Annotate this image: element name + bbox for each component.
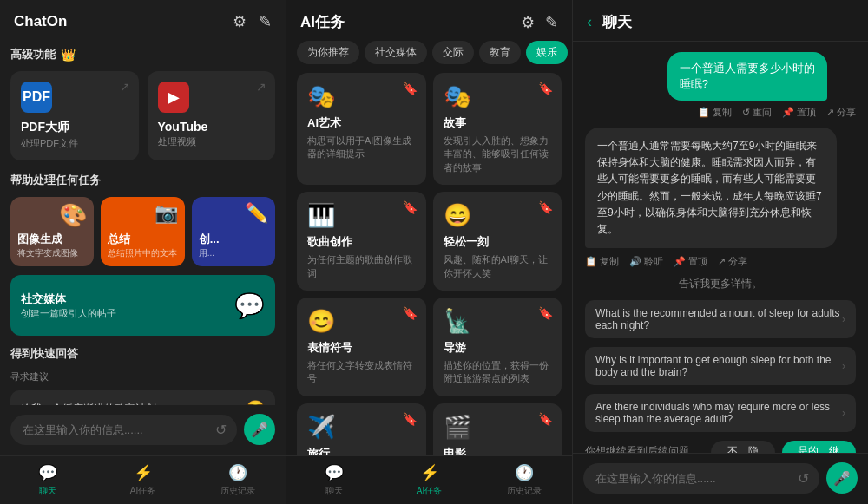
mid-nav-chat[interactable]: 💬 聊天: [286, 463, 382, 497]
bookmark-relax-icon[interactable]: 🔖: [538, 200, 553, 214]
premium-cards: PDF PDF大师 处理PDF文件 ↗ ▶ YouTube 处理视频 ↗: [10, 71, 275, 160]
bookmark-song-icon[interactable]: 🔖: [403, 200, 418, 214]
ai-nav-label: AI任务: [130, 485, 155, 497]
pin-bot-btn[interactable]: 📌 置顶: [674, 255, 707, 268]
tab-recommend[interactable]: 为你推荐: [297, 41, 359, 64]
emoji-icon: 😊: [307, 308, 416, 335]
task-travel[interactable]: 🔖 ✈️ 旅行 提供你的出发城市和目的地城市，并查看相关的机场代码: [297, 403, 426, 455]
summary-card[interactable]: 总结 总结照片中的文本 📷: [101, 197, 184, 266]
mid-bottom-nav: 💬 聊天 ⚡ AI任务 🕐 历史记录: [286, 455, 572, 504]
youtube-card-sublabel: 处理视频: [158, 135, 266, 148]
mid-header-icons: ⚙ ✎: [521, 13, 558, 32]
left-nav-ai[interactable]: ⚡ AI任务: [95, 463, 191, 497]
mid-title: AI任务: [300, 12, 345, 32]
history-nav-icon: 🕐: [228, 463, 247, 482]
tabs-row: 为你推荐 社交媒体 交际 教育 娱乐 工作: [286, 41, 572, 73]
mid-panel: AI任务 ⚙ ✎ 为你推荐 社交媒体 交际 教育 娱乐 工作 🔖 🎭 AI艺术 …: [286, 0, 573, 504]
right-mic-button[interactable]: 🎤: [826, 462, 858, 494]
follow-up-item-1[interactable]: What is the recommended amount of sleep …: [585, 300, 856, 338]
bookmark-story-icon[interactable]: 🔖: [538, 82, 553, 95]
relax-desc: 风趣、随和的AI聊天，让你开怀大笑: [444, 253, 552, 280]
travel-icon: ✈️: [307, 414, 416, 441]
back-button[interactable]: ‹: [587, 13, 592, 31]
mic-button[interactable]: 🎤: [244, 414, 275, 445]
mid-history-nav-label: 历史记录: [507, 485, 542, 497]
summary-card-emoji: 📷: [155, 202, 178, 225]
task-relax[interactable]: 🔖 😄 轻松一刻 风趣、随和的AI聊天，让你开怀大笑: [433, 192, 562, 291]
follow-up-arrow-3: ›: [842, 407, 845, 419]
mid-header: AI任务 ⚙ ✎: [286, 0, 572, 41]
pdf-card-label: PDF大师: [21, 120, 128, 135]
task-story[interactable]: 🔖 🎭 故事 发现引人入胜的、想象力丰富的、能够吸引任何读者的故事: [433, 73, 562, 185]
follow-up-label: 告诉我更多详情。: [585, 277, 856, 291]
task-emoji[interactable]: 🔖 😊 表情符号 将任何文字转变成表情符号: [297, 298, 426, 396]
task-guide[interactable]: 🔖 🗽 导游 描述你的位置，获得一份附近旅游景点的列表: [433, 298, 562, 396]
bookmark-movie-icon[interactable]: 🔖: [538, 412, 553, 426]
task-ai-art[interactable]: 🔖 🎭 AI艺术 构思可以用于AI图像生成器的详细提示: [297, 73, 426, 185]
guide-desc: 描述你的位置，获得一份附近旅游景点的列表: [444, 359, 552, 386]
youtube-card[interactable]: ▶ YouTube 处理视频 ↗: [148, 71, 276, 160]
left-nav-history[interactable]: 🕐 历史记录: [190, 463, 286, 497]
pin-user-btn[interactable]: 📌 置顶: [782, 106, 816, 119]
right-input-wrap: ↺: [583, 463, 819, 494]
story-desc: 发现引人入胜的、想象力丰富的、能够吸引任何读者的故事: [444, 134, 552, 174]
bookmark-guide-icon[interactable]: 🔖: [538, 306, 553, 320]
chat-nav-icon: 💬: [38, 463, 57, 482]
settings-icon[interactable]: ⚙: [233, 12, 247, 31]
bookmark-travel-icon[interactable]: 🔖: [403, 412, 418, 426]
tab-entertainment[interactable]: 娱乐: [526, 41, 568, 64]
movie-icon: 🎬: [444, 414, 552, 441]
story-name: 故事: [444, 115, 552, 131]
summary-card-label: 总结: [108, 232, 177, 247]
bookmark-ai-art-icon[interactable]: 🔖: [403, 82, 418, 95]
create-card[interactable]: 创... 用... ✏️: [192, 197, 275, 266]
story-icon: 🎭: [444, 83, 552, 110]
tab-social2[interactable]: 交际: [432, 41, 474, 64]
yes-button[interactable]: 是的，继续: [782, 441, 856, 453]
follow-up-item-3[interactable]: Are there individuals who may require mo…: [585, 394, 856, 432]
relax-name: 轻松一刻: [444, 234, 552, 250]
image-card[interactable]: 图像生成 将文字变成图像 🎨: [10, 197, 94, 266]
reask-btn[interactable]: ↺ 重问: [742, 106, 772, 119]
follow-up-item-2[interactable]: Why is it important to get enough sleep …: [585, 347, 856, 385]
quick-answers: 得到快速回答 寻求建议 给我一个循序渐进的致富计划 😎 有哪些不错的圣诞礼物？ …: [10, 346, 275, 405]
right-title: 聊天: [602, 12, 632, 32]
social-card-emoji: 💬: [234, 291, 265, 320]
copy-bot-btn[interactable]: 📋 复制: [585, 255, 619, 268]
user-message: 一个普通人需要多少小时的睡眠?: [667, 52, 828, 101]
task-movie[interactable]: 🔖 🎬 电影 看看今晚有什么可看的内容: [433, 403, 562, 455]
tab-edu[interactable]: 教育: [479, 41, 521, 64]
send-icon[interactable]: ↺: [215, 422, 227, 438]
task-song[interactable]: 🔖 🎹 歌曲创作 为任何主题的歌曲创作歌词: [297, 192, 426, 291]
image-card-emoji: 🎨: [59, 202, 87, 229]
mid-settings-icon[interactable]: ⚙: [521, 13, 535, 32]
right-send-icon[interactable]: ↺: [798, 470, 809, 487]
task-grid: 🔖 🎭 AI艺术 构思可以用于AI图像生成器的详细提示 🔖 🎭 故事 发现引人入…: [286, 73, 572, 455]
listen-btn[interactable]: 🔊 聆听: [629, 255, 663, 268]
copy-user-btn[interactable]: 📋 复制: [698, 106, 732, 119]
mid-edit-icon[interactable]: ✎: [545, 13, 558, 32]
left-header: ChatOn ⚙ ✎: [0, 0, 286, 40]
tab-social[interactable]: 社交媒体: [365, 41, 427, 64]
left-nav-chat[interactable]: 💬 聊天: [0, 463, 95, 497]
left-bottom-nav: 💬 聊天 ⚡ AI任务 🕐 历史记录: [0, 455, 286, 504]
share-bot-btn[interactable]: ↗ 分享: [718, 255, 747, 268]
user-message-actions: 📋 复制 ↺ 重问 📌 置顶 ↗ 分享: [667, 106, 856, 119]
mid-nav-ai[interactable]: ⚡ AI任务: [382, 463, 477, 497]
edit-icon[interactable]: ✎: [259, 12, 272, 31]
ai-nav-icon: ⚡: [134, 463, 153, 482]
right-input[interactable]: [583, 463, 819, 494]
youtube-card-arrow-icon: ↗: [256, 80, 266, 94]
bot-message-block: 一个普通人通常需要每晚大约7至9小时的睡眠来保持身体和大脑的健康。睡眠需求因人而…: [585, 128, 851, 268]
create-card-emoji: ✏️: [245, 202, 268, 225]
mid-nav-history[interactable]: 🕐 历史记录: [477, 463, 572, 497]
left-content: 高级功能 👑 PDF PDF大师 处理PDF文件 ↗ ▶ YouTube 处理视…: [0, 40, 286, 405]
pdf-card[interactable]: PDF PDF大师 处理PDF文件 ↗: [10, 71, 139, 160]
help-section-title: 帮助处理任何任务: [10, 173, 275, 188]
social-card[interactable]: 社交媒体 创建一篇吸引人的帖子 💬: [10, 275, 275, 336]
bookmark-emoji-icon[interactable]: 🔖: [403, 306, 418, 320]
share-user-btn[interactable]: ↗ 分享: [826, 106, 856, 119]
no-button[interactable]: 不，隐藏: [711, 441, 775, 453]
quick-item-1[interactable]: 给我一个循序渐进的致富计划 😎: [10, 390, 275, 405]
left-input[interactable]: [10, 415, 237, 445]
